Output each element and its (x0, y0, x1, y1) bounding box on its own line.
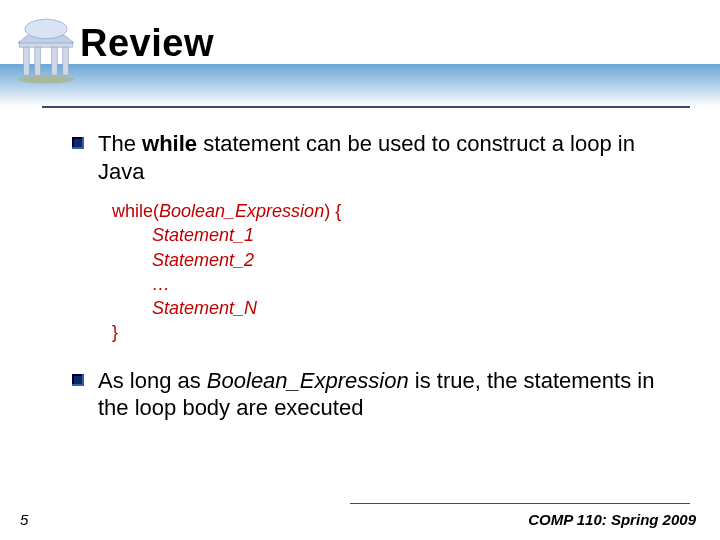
bullet-2-text-italic: Boolean_Expression (207, 368, 409, 393)
slide-body: The while statement can be used to const… (72, 130, 672, 436)
code-brace-close: } (112, 320, 672, 344)
code-ellipsis: … (112, 272, 672, 296)
header-gradient (0, 64, 720, 106)
svg-rect-2 (24, 47, 30, 75)
code-arg: Boolean_Expression (159, 201, 324, 221)
code-statement-n: Statement_N (112, 296, 672, 320)
svg-point-0 (18, 75, 74, 83)
bullet-square-icon (72, 137, 84, 149)
bullet-2: As long as Boolean_Expression is true, t… (72, 367, 672, 422)
bullet-1-text-bold: while (142, 131, 197, 156)
svg-rect-4 (52, 47, 58, 75)
bullet-square-icon (72, 374, 84, 386)
svg-point-6 (25, 19, 67, 39)
bullet-1: The while statement can be used to const… (72, 130, 672, 185)
svg-rect-3 (35, 47, 41, 75)
header-rule (42, 106, 690, 108)
code-statement-2: Statement_2 (112, 248, 672, 272)
code-block: while(Boolean_Expression) { Statement_1 … (112, 199, 672, 345)
svg-rect-5 (63, 47, 69, 75)
code-keyword: while (112, 201, 153, 221)
page-number: 5 (20, 511, 28, 528)
bullet-1-text-pre: The (98, 131, 142, 156)
code-line-1: while(Boolean_Expression) { (112, 199, 672, 223)
slide: Review The while statement can be used t… (0, 0, 720, 540)
course-label: COMP 110: Spring 2009 (528, 511, 696, 528)
footer-rule (350, 503, 690, 505)
code-statement-1: Statement_1 (112, 223, 672, 247)
logo-old-well-icon (6, 10, 86, 90)
code-paren-close-brace-open: ) { (324, 201, 341, 221)
slide-title: Review (80, 22, 214, 65)
bullet-2-text-pre: As long as (98, 368, 207, 393)
